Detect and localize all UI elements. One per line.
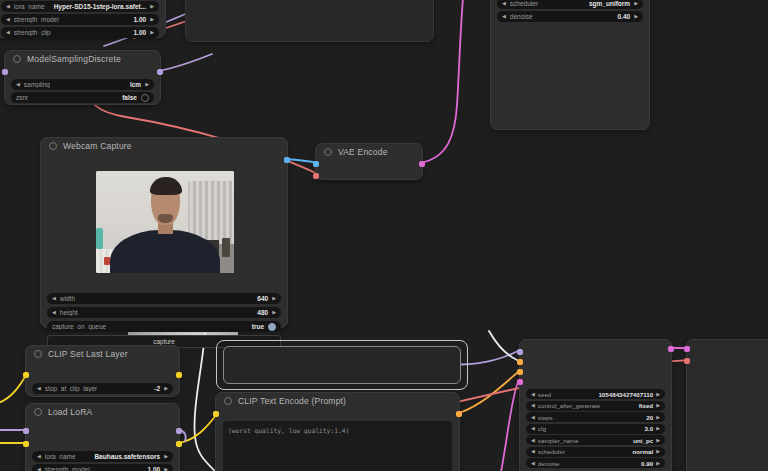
widget-lora_name[interactable]: ◀lora_nameHyper-SD15-1step-lora.safet...… (1, 1, 159, 12)
widget-strength_model[interactable]: ◀strength_model1.00▶ (32, 464, 173, 471)
increment-arrow-icon[interactable]: ▶ (656, 449, 660, 454)
input-slot-negative[interactable] (517, 369, 523, 375)
widget-strength_clip[interactable]: ◀strength_clip1.00▶ (1, 27, 159, 38)
output-slot-latent[interactable] (419, 161, 425, 167)
collapse-dot-icon[interactable] (49, 142, 57, 150)
input-slot-clip[interactable] (23, 372, 29, 378)
widget-capture_on_queue[interactable]: capture_on_queuetrue (47, 321, 281, 332)
collapse-dot-icon[interactable] (34, 408, 42, 416)
input-slot-vae[interactable] (684, 358, 690, 364)
decrement-arrow-icon[interactable]: ◀ (37, 454, 41, 459)
increment-arrow-icon[interactable]: ▶ (164, 454, 168, 459)
decrement-arrow-icon[interactable]: ◀ (531, 426, 535, 431)
node-scheduler-partial[interactable]: ◀schedulersgm_uniform▶◀denoise0.40▶ (490, 0, 650, 130)
input-slot-model[interactable] (23, 428, 29, 434)
widget-sampler_name[interactable]: ◀sampler_nameuni_pc▶ (526, 435, 665, 445)
widget-scheduler[interactable]: ◀schedulersgm_uniform▶ (497, 0, 643, 9)
node-load-lora[interactable]: Load LoRA ◀lora_nameBauhaus.safetensors▶… (25, 403, 180, 471)
input-slot-latent-image[interactable] (517, 379, 523, 385)
increment-arrow-icon[interactable]: ▶ (272, 296, 276, 301)
widget-label: zsnr (16, 94, 28, 101)
decrement-arrow-icon[interactable]: ◀ (6, 4, 10, 9)
increment-arrow-icon[interactable]: ▶ (164, 386, 168, 391)
widget-scheduler[interactable]: ◀schedulernormal▶ (526, 447, 665, 457)
node-vae-encode[interactable]: VAE Encode (315, 143, 423, 180)
increment-arrow-icon[interactable]: ▶ (656, 403, 660, 408)
increment-arrow-icon[interactable]: ▶ (634, 14, 638, 19)
input-slot-clip[interactable] (23, 441, 29, 447)
widget-zsnr[interactable]: zsnrfalse (11, 92, 154, 103)
decrement-arrow-icon[interactable]: ◀ (531, 461, 535, 466)
increment-arrow-icon[interactable]: ▶ (150, 4, 154, 9)
node-model-sampling-discrete[interactable]: ModelSamplingDiscrete ◀samplinglcm▶zsnrf… (4, 50, 161, 105)
widget-width[interactable]: ◀width640▶ (47, 293, 281, 304)
node-ksampler[interactable]: ◀seed1054843427407110▶◀control_after_gen… (519, 339, 672, 471)
increment-arrow-icon[interactable]: ▶ (656, 438, 660, 443)
increment-arrow-icon[interactable]: ▶ (272, 310, 276, 315)
decrement-arrow-icon[interactable]: ◀ (16, 82, 20, 87)
input-slot-positive[interactable] (517, 359, 523, 365)
increment-arrow-icon[interactable]: ▶ (145, 82, 149, 87)
increment-arrow-icon[interactable]: ▶ (150, 30, 154, 35)
increment-arrow-icon[interactable]: ▶ (656, 415, 660, 420)
increment-arrow-icon[interactable]: ▶ (656, 426, 660, 431)
decrement-arrow-icon[interactable]: ◀ (502, 1, 506, 6)
widget-sampling[interactable]: ◀samplinglcm▶ (11, 79, 154, 90)
prompt-textarea[interactable]: (worst quality, low quality:1.4) (223, 421, 452, 471)
collapse-dot-icon[interactable] (224, 397, 232, 405)
input-slot-latent[interactable] (684, 346, 690, 352)
collapse-dot-icon[interactable] (34, 350, 42, 358)
decrement-arrow-icon[interactable]: ◀ (37, 467, 41, 471)
input-slot-clip[interactable] (213, 411, 219, 417)
node-right-partial[interactable] (686, 339, 768, 471)
output-slot-latent[interactable] (668, 346, 674, 352)
widget-lora_name[interactable]: ◀lora_nameBauhaus.safetensors▶ (32, 451, 173, 462)
widget-denoise[interactable]: ◀denoise0.40▶ (497, 11, 643, 22)
decrement-arrow-icon[interactable]: ◀ (531, 392, 535, 397)
output-slot-model[interactable] (157, 69, 163, 75)
widget-control_after_generate[interactable]: ◀control_after_generatefixed▶ (526, 401, 665, 411)
input-slot-model[interactable] (517, 349, 523, 355)
toggle-dot-icon[interactable] (141, 94, 149, 102)
output-slot-clip[interactable] (176, 372, 182, 378)
node-top-middle-partial[interactable] (185, 0, 434, 42)
selected-node-body[interactable] (223, 346, 461, 384)
widget-steps[interactable]: ◀steps20▶ (526, 412, 665, 422)
input-slot-model[interactable] (2, 69, 8, 75)
node-clip-set-last-layer[interactable]: CLIP Set Last Layer ◀stop_at_clip_layer-… (25, 345, 180, 397)
node-graph-canvas[interactable]: ◀lora_nameHyper-SD15-1step-lora.safet...… (0, 0, 768, 471)
decrement-arrow-icon[interactable]: ◀ (531, 449, 535, 454)
collapse-dot-icon[interactable] (13, 55, 21, 63)
increment-arrow-icon[interactable]: ▶ (150, 17, 154, 22)
increment-arrow-icon[interactable]: ▶ (656, 461, 660, 466)
widget-height[interactable]: ◀height480▶ (47, 307, 281, 318)
widget-stop_at_clip_layer[interactable]: ◀stop_at_clip_layer-2▶ (32, 383, 173, 394)
output-slot-conditioning[interactable] (456, 411, 462, 417)
decrement-arrow-icon[interactable]: ◀ (531, 403, 535, 408)
decrement-arrow-icon[interactable]: ◀ (52, 310, 56, 315)
input-slot-pixels[interactable] (313, 161, 319, 167)
node-clip-text-encode[interactable]: CLIP Text Encode (Prompt) (worst quality… (215, 392, 460, 471)
widget-denoise[interactable]: ◀denoise0.90▶ (526, 458, 665, 468)
output-slot-image[interactable] (284, 157, 290, 163)
increment-arrow-icon[interactable]: ▶ (164, 467, 168, 471)
toggle-dot-icon[interactable] (268, 323, 276, 331)
decrement-arrow-icon[interactable]: ◀ (6, 30, 10, 35)
node-load-lora-hyper[interactable]: ◀lora_nameHyper-SD15-1step-lora.safet...… (0, 0, 166, 38)
widget-seed[interactable]: ◀seed1054843427407110▶ (526, 389, 665, 399)
collapse-dot-icon[interactable] (324, 148, 332, 156)
output-slot-model[interactable] (176, 428, 182, 434)
output-slot-clip[interactable] (176, 441, 182, 447)
increment-arrow-icon[interactable]: ▶ (634, 1, 638, 6)
widget-cfg[interactable]: ◀cfg3.0▶ (526, 424, 665, 434)
decrement-arrow-icon[interactable]: ◀ (502, 14, 506, 19)
increment-arrow-icon[interactable]: ▶ (656, 392, 660, 397)
decrement-arrow-icon[interactable]: ◀ (6, 17, 10, 22)
decrement-arrow-icon[interactable]: ◀ (531, 415, 535, 420)
decrement-arrow-icon[interactable]: ◀ (531, 438, 535, 443)
input-slot-vae[interactable] (313, 173, 319, 179)
widget-strength_model[interactable]: ◀strength_model1.00▶ (1, 14, 159, 25)
decrement-arrow-icon[interactable]: ◀ (52, 296, 56, 301)
decrement-arrow-icon[interactable]: ◀ (37, 386, 41, 391)
node-webcam-capture[interactable]: Webcam Capture ◀width640▶◀height480▶capt… (40, 137, 288, 328)
